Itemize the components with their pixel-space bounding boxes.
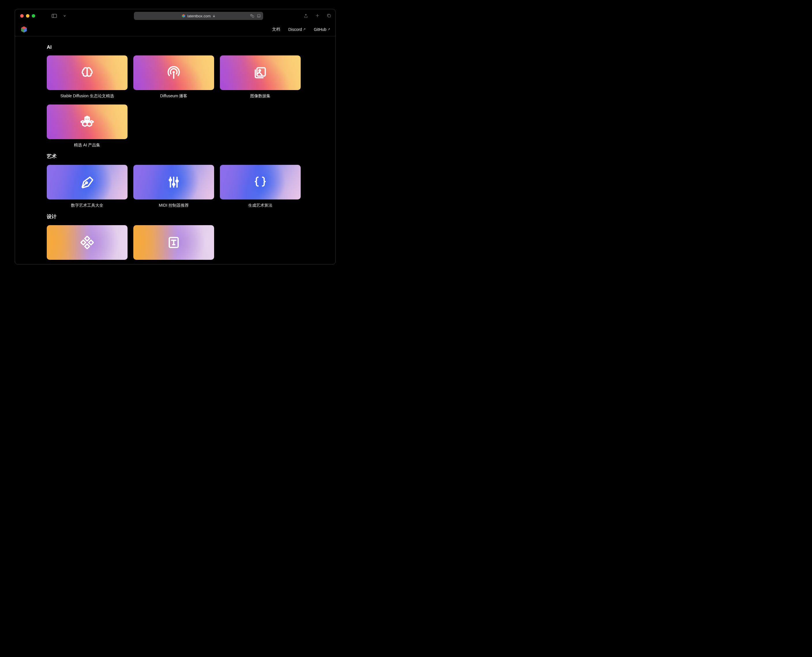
card-visual: [47, 165, 128, 199]
components-icon: [81, 236, 94, 249]
grid-ai: Stable Diffusion 生态论文精选 Diffuseum 播客 图像数…: [47, 55, 303, 148]
podcast-icon: [167, 66, 180, 79]
card-visual: [220, 165, 301, 199]
toolbar-right: [303, 13, 331, 19]
header-center-blur: [156, 25, 194, 34]
card-digital-art-tools[interactable]: 数字艺术工具大全: [47, 165, 128, 208]
card-sd-papers[interactable]: Stable Diffusion 生态论文精选: [47, 55, 128, 99]
card-label: Stable Diffusion 生态论文精选: [47, 93, 128, 99]
card-midi-controllers[interactable]: MIDI 控制器推荐: [133, 165, 214, 208]
type-icon: [167, 236, 180, 249]
svg-point-20: [86, 182, 87, 184]
sidebar-toggle-icon[interactable]: [51, 12, 58, 19]
nav-docs[interactable]: 文档: [272, 27, 280, 32]
card-generative-art-algorithms[interactable]: 生成艺术算法: [220, 165, 301, 208]
sliders-icon: [167, 176, 180, 189]
svg-point-24: [173, 183, 175, 185]
page-content: AI Stable Diffusion 生态论文精选 Diffuseum 播客 …: [15, 36, 335, 264]
card-label: 数字艺术工具大全: [47, 203, 128, 208]
external-link-icon: ↗: [303, 27, 306, 31]
section-title-ai: AI: [47, 44, 303, 50]
grid-design: [47, 225, 303, 263]
card-visual: [47, 225, 128, 260]
translate-icon[interactable]: [250, 14, 255, 18]
app-logo[interactable]: [20, 26, 28, 33]
card-visual: [133, 55, 214, 90]
browser-titlebar: latentbox.com: [15, 9, 335, 22]
svg-rect-27: [85, 236, 89, 241]
card-visual: [47, 104, 128, 139]
card-ai-products[interactable]: 精选 AI 产品集: [47, 104, 128, 148]
nav-github-label: GitHub: [314, 27, 327, 32]
address-bar[interactable]: latentbox.com: [134, 12, 263, 20]
nav-docs-label: 文档: [272, 27, 280, 32]
svg-rect-0: [52, 14, 56, 18]
svg-rect-28: [85, 244, 89, 249]
svg-rect-7: [252, 16, 254, 17]
browser-window: latentbox.com 文档 Discord: [15, 9, 336, 265]
section-title-design: 设计: [47, 213, 303, 220]
lock-icon: [212, 14, 216, 18]
card-visual: [133, 225, 214, 260]
tabs-icon[interactable]: [327, 13, 331, 18]
svg-point-22: [170, 179, 172, 181]
card-visual: [133, 165, 214, 199]
close-window-button[interactable]: [20, 14, 24, 18]
svg-point-26: [176, 180, 178, 182]
nav-discord[interactable]: Discord ↗: [288, 27, 306, 32]
card-visual: [47, 55, 128, 90]
minimize-window-button[interactable]: [26, 14, 30, 18]
new-tab-icon[interactable]: [315, 13, 320, 18]
maximize-window-button[interactable]: [32, 14, 35, 18]
card-diffuseum-podcast[interactable]: Diffuseum 播客: [133, 55, 214, 99]
svg-point-17: [173, 71, 175, 73]
site-favicon-icon: [182, 14, 185, 18]
nav-discord-label: Discord: [288, 27, 302, 32]
svg-rect-12: [328, 15, 331, 17]
card-label: 精选 AI 产品集: [47, 143, 128, 148]
reader-icon[interactable]: [257, 14, 261, 18]
chevron-down-icon[interactable]: [61, 12, 68, 19]
svg-rect-29: [81, 240, 86, 245]
app-header: 文档 Discord ↗ GitHub ↗: [15, 22, 335, 36]
pen-icon: [81, 176, 94, 189]
svg-rect-30: [89, 240, 93, 245]
section-title-art: 艺术: [47, 153, 303, 160]
nav-links: 文档 Discord ↗ GitHub ↗: [272, 27, 330, 32]
card-design-components[interactable]: [47, 225, 128, 263]
images-icon: [254, 66, 267, 79]
svg-rect-8: [257, 14, 260, 18]
address-bar-text: latentbox.com: [187, 14, 211, 18]
card-visual: [220, 55, 301, 90]
card-label: 生成艺术算法: [220, 203, 301, 208]
external-link-icon: ↗: [328, 27, 330, 31]
share-icon[interactable]: [303, 13, 308, 19]
window-controls: [20, 14, 35, 18]
svg-rect-5: [213, 16, 215, 17]
card-label: Diffuseum 播客: [133, 93, 214, 99]
card-design-typography[interactable]: [133, 225, 214, 263]
boxes-icon: [81, 115, 94, 128]
grid-art: 数字艺术工具大全 MIDI 控制器推荐 生成艺术算法: [47, 165, 303, 208]
nav-github[interactable]: GitHub ↗: [314, 27, 330, 32]
svg-point-19: [259, 70, 261, 71]
braces-icon: [254, 176, 267, 189]
card-label: MIDI 控制器推荐: [133, 203, 214, 208]
card-label: 图像数据集: [220, 93, 301, 99]
brain-icon: [81, 66, 94, 79]
card-image-datasets[interactable]: 图像数据集: [220, 55, 301, 99]
